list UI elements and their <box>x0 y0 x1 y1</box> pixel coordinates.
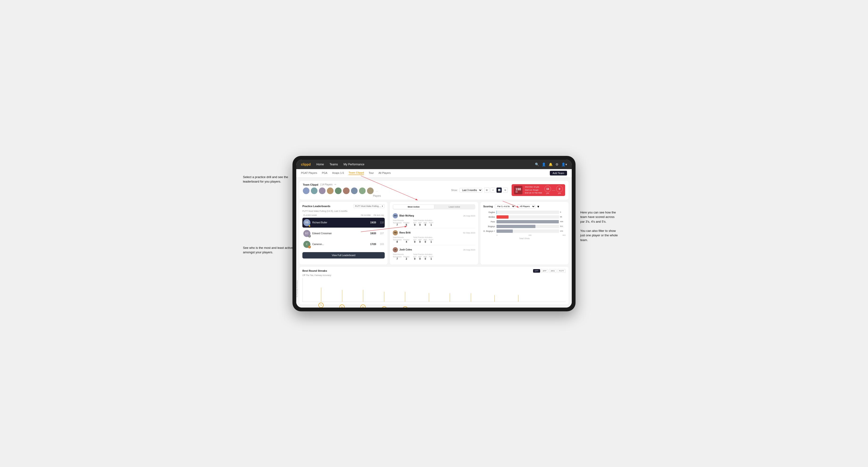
view-list-icon[interactable]: ≡ <box>490 187 496 193</box>
brs-filter-ott[interactable]: OTT <box>533 269 540 273</box>
player-name-josh: Josh Coles <box>399 248 412 251</box>
player-avatar-8[interactable] <box>359 187 366 194</box>
shot-circle-1: 16 <box>545 186 551 192</box>
most-active-toggle[interactable]: Most Active <box>393 205 434 209</box>
player-date-blair: 26 Aug 2023 <box>463 215 475 217</box>
shot-card: 198 SC Shot Dist: 16 yds Start Lie: Roug… <box>512 184 565 196</box>
lb-score-1: 19/20 <box>370 221 376 224</box>
player-avatar-7[interactable] <box>351 187 358 194</box>
scoring-player-filter[interactable]: All Players <box>517 204 535 209</box>
annotation-bottom-left: See who is the most and least active amo… <box>243 246 297 255</box>
player-card-blair: BM Blair McHarg 26 Aug 2023 Total Rounds <box>393 211 475 228</box>
brs-filter-app[interactable]: APP <box>541 269 548 273</box>
brs-filter-group: OTT APP ARG PUTT <box>533 269 566 273</box>
view-leaderboard-button[interactable]: View Full Leaderboard <box>302 252 385 258</box>
lb-row-1[interactable]: RB 🥇 Richard Butler 19/20 110 <box>302 218 385 228</box>
shot-info: Shot Dist: 16 yds Start Lie: Rough End L… <box>525 186 542 195</box>
nav-item-teams[interactable]: Teams <box>330 163 338 166</box>
player-avatar-blair: BM <box>393 213 398 218</box>
three-column-section: Practice Leaderboards PUTT Must Make Put… <box>300 202 568 264</box>
player-name-rees: Rees Britt <box>399 231 410 234</box>
shot-circle-2: 0 <box>556 186 563 192</box>
main-content: Team Clippd | 14 Players ✏ <box>296 178 572 308</box>
annotation-top-left: Select a practice drill and see the lead… <box>243 175 295 184</box>
player-date-josh: 26 Aug 2023 <box>463 249 475 251</box>
player-avatar-josh: JC <box>393 247 398 252</box>
player-avatar-5[interactable] <box>335 187 342 194</box>
practice-leaderboards-card: Practice Leaderboards PUTT Must Make Put… <box>300 202 388 264</box>
player-card-josh: JC Josh Coles 26 Aug 2023 Total Rounds <box>393 245 475 262</box>
subnav-tour[interactable]: Tour <box>369 172 374 175</box>
annotation-top-right: Here you can see how the team have score… <box>580 210 642 243</box>
player-avatar-3[interactable] <box>319 187 326 194</box>
show-label: Show: <box>451 189 458 191</box>
player-avatar-6[interactable] <box>343 187 349 194</box>
subnav-pga[interactable]: PGA <box>322 172 328 175</box>
notifications-icon[interactable]: 🔔 <box>549 162 553 166</box>
player-avatar-rees: RB <box>393 230 398 236</box>
lb-row-3[interactable]: C 3 Cameron... 17/20 103 <box>302 239 385 249</box>
least-active-toggle[interactable]: Least Active <box>434 205 475 209</box>
subnav-all-players[interactable]: All Players <box>379 172 391 175</box>
player-avatar-2[interactable] <box>311 187 317 194</box>
player-avatar-1[interactable] <box>303 187 309 194</box>
add-team-button[interactable]: Add Team <box>550 171 567 176</box>
scoring-par-filter[interactable]: Par 3, 4 & 5s Par 3s Par 4s Par 5s <box>495 204 516 209</box>
view-filter-icon[interactable]: ⧉ <box>503 187 508 193</box>
edit-icon[interactable]: ✏ <box>335 183 336 186</box>
lb-avg-1: 110 <box>380 221 384 224</box>
search-icon[interactable]: 🔍 <box>535 162 539 166</box>
bar-row-pars: Pars 499 <box>483 220 566 223</box>
subnav-team-clippd[interactable]: Team Clippd <box>349 171 364 175</box>
brs-filter-putt[interactable]: PUTT <box>557 269 566 273</box>
nav-item-home[interactable]: Home <box>316 163 324 166</box>
lb-score-2: 18/20 <box>370 232 376 235</box>
chart-axis: 0 200 400 <box>483 234 566 236</box>
lb-score-3: 17/20 <box>370 243 376 246</box>
chevron-scoring-icon: ▾ <box>537 204 539 209</box>
show-select[interactable]: Last 3 months Last 6 months Last year <box>460 188 483 192</box>
player-date-rees: 02 Sep 2023 <box>463 231 475 234</box>
view-grid-icon[interactable]: ⊞ <box>484 187 489 193</box>
lb-name-1: Richard Butler <box>312 221 368 224</box>
subnav-hcaps[interactable]: Hcaps 1-5 <box>332 172 344 175</box>
bar-row-dbogeys: D. Bogeys + 131 <box>483 229 566 233</box>
team-count: | 14 Players <box>320 183 333 186</box>
player-avatar-4[interactable] <box>327 187 334 194</box>
shot-circles: 16 yds — 0 yds <box>545 186 563 194</box>
avatar-nav[interactable]: 👤▾ <box>561 162 567 166</box>
players-label: Players <box>303 195 451 197</box>
drill-selector[interactable]: PUTT Must Make Putting ... ▾ <box>353 204 385 208</box>
best-round-streaks-card: Best Round Streaks OTT APP ARG PUTT Off … <box>300 267 568 304</box>
most-active-card: Most Active Least Active BM Blair McHarg… <box>390 202 478 264</box>
lb-avatar-1: RB 🥇 <box>303 219 310 226</box>
drill-subtitle: PUTT Must Make Putting (3-6 ft), Last 3 … <box>302 210 385 212</box>
nav-logo: clippd <box>301 162 311 166</box>
tablet-screen: clippd Home Teams My Performance 🔍 👤 🔔 ⚙… <box>296 160 572 308</box>
bar-row-bogeys: Bogeys 311 <box>483 225 566 228</box>
lb-table-header: PLAYER NAME PB SCORE PB AVG SQ <box>302 214 385 216</box>
brs-title: Best Round Streaks <box>302 269 327 272</box>
bar-row-eagles: Eagles 3 <box>483 211 566 214</box>
lb-avatar-3: C 3 <box>303 241 310 248</box>
subnav-pgat[interactable]: PGAT Players <box>301 172 317 175</box>
streak-chart: % Fairway Accuracy 7x 6x <box>302 278 566 302</box>
shot-badge: 198 SC <box>514 186 522 194</box>
view-chart-icon[interactable]: 📊 <box>497 187 502 193</box>
brs-subtitle: Off The Tee, Fairway Accuracy <box>302 274 566 276</box>
lb-row-2[interactable]: EC 2 Edward Crossman 18/20 107 <box>302 228 385 239</box>
lb-name-3: Cameron... <box>312 243 368 246</box>
settings-icon[interactable]: ⚙ <box>555 162 559 166</box>
lb-avg-2: 107 <box>380 232 384 235</box>
users-icon[interactable]: 👤 <box>542 162 546 166</box>
team-title: Team Clippd <box>303 183 318 186</box>
nav-item-performance[interactable]: My Performance <box>344 163 365 166</box>
scoring-card: Scoring Par 3, 4 & 5s Par 3s Par 4s Par … <box>480 202 568 264</box>
chart-xlabel: Total Shots <box>483 237 566 240</box>
player-avatar-9[interactable] <box>367 187 374 194</box>
scoring-title: Scoring <box>483 205 493 208</box>
more-players: ... <box>376 190 378 192</box>
chevron-down-icon: ▾ <box>382 205 383 207</box>
brs-filter-arg[interactable]: ARG <box>549 269 556 273</box>
lb-avatar-2: EC 2 <box>303 230 310 237</box>
